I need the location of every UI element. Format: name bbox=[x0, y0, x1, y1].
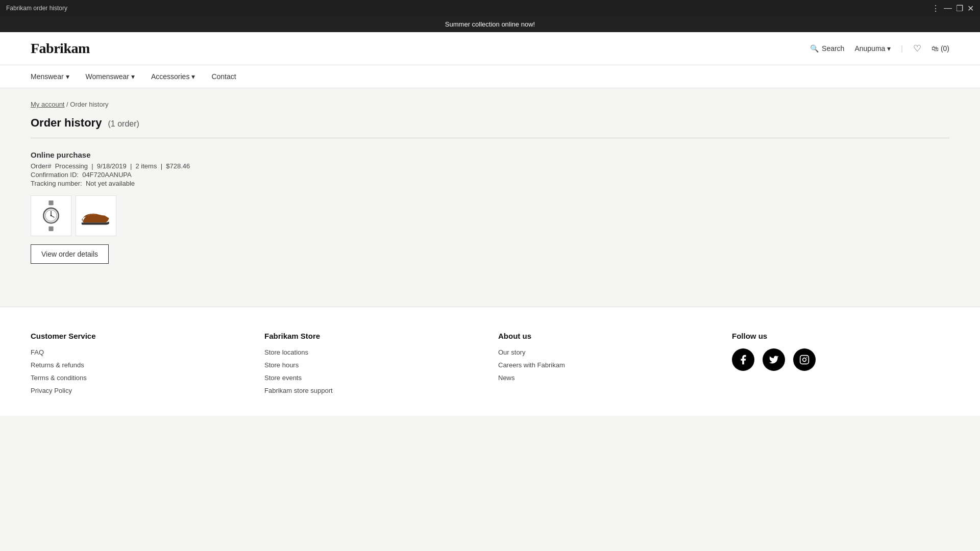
nav-label-menswear: Menswear bbox=[31, 72, 64, 81]
twitter-icon[interactable] bbox=[763, 348, 785, 371]
cart-count: (0) bbox=[941, 44, 949, 53]
nav-label-contact: Contact bbox=[211, 72, 236, 81]
nav-label-womenswear: Womenswear bbox=[86, 72, 129, 81]
breadcrumb-myaccount-link[interactable]: My account bbox=[31, 101, 64, 108]
search-icon: 🔍 bbox=[810, 44, 819, 53]
svg-rect-0 bbox=[48, 201, 53, 205]
order-meta-line1: Order# Processing | 9/18/2019 | 2 items … bbox=[31, 162, 949, 170]
order-items: 2 items bbox=[136, 162, 157, 170]
footer-link-our-story[interactable]: Our story bbox=[498, 348, 716, 356]
chevron-down-icon: ▾ bbox=[131, 72, 135, 81]
browser-chrome: Fabrikam order history ⋮ — ❐ ✕ bbox=[0, 0, 980, 16]
order-images bbox=[31, 195, 949, 236]
tracking-label: Tracking number: bbox=[31, 180, 82, 187]
chevron-down-icon: ▾ bbox=[191, 72, 195, 81]
browser-restore-icon[interactable]: ❐ bbox=[956, 4, 963, 13]
order-status: Processing bbox=[55, 162, 88, 170]
browser-tab-title: Fabrikam order history bbox=[6, 5, 67, 12]
order-meta-confirmation: Confirmation ID: 04F720AANUPA bbox=[31, 171, 949, 179]
footer-col-title-about: About us bbox=[498, 332, 716, 340]
site-nav: Menswear ▾ Womenswear ▾ Accessories ▾ Co… bbox=[0, 65, 980, 88]
header-right: 🔍 Search Anupuma ▾ | ♡ 🛍 (0) bbox=[810, 43, 949, 54]
svg-point-6 bbox=[51, 215, 52, 216]
order-date: 9/18/2019 bbox=[97, 162, 127, 170]
footer-link-store-support[interactable]: Fabrikam store support bbox=[264, 387, 482, 394]
chevron-down-icon: ▾ bbox=[887, 44, 891, 53]
promo-banner: Summer collection online now! bbox=[0, 16, 980, 32]
footer-col-title-store: Fabrikam Store bbox=[264, 332, 482, 340]
order-card: Online purchase Order# Processing | 9/18… bbox=[31, 151, 949, 276]
view-order-details-button[interactable]: View order details bbox=[31, 244, 109, 264]
confirmation-id: 04F720AANUPA bbox=[82, 171, 132, 179]
svg-point-8 bbox=[803, 358, 806, 362]
footer-link-store-hours[interactable]: Store hours bbox=[264, 361, 482, 369]
facebook-icon[interactable] bbox=[732, 348, 754, 371]
section-divider bbox=[31, 138, 949, 138]
footer-link-faq[interactable]: FAQ bbox=[31, 348, 248, 356]
page-title: Order history (1 order) bbox=[31, 116, 949, 130]
footer-link-careers[interactable]: Careers with Fabrikam bbox=[498, 361, 716, 369]
nav-item-accessories[interactable]: Accessories ▾ bbox=[151, 65, 195, 88]
footer-grid: Customer Service FAQ Returns & refunds T… bbox=[31, 332, 949, 399]
user-menu[interactable]: Anupuma ▾ bbox=[854, 44, 891, 53]
nav-item-menswear[interactable]: Menswear ▾ bbox=[31, 65, 69, 88]
svg-rect-1 bbox=[48, 227, 53, 231]
footer-link-store-locations[interactable]: Store locations bbox=[264, 348, 482, 356]
footer-col-follow: Follow us bbox=[732, 332, 949, 399]
footer-col-about: About us Our story Careers with Fabrikam… bbox=[498, 332, 716, 399]
page-title-text: Order history bbox=[31, 116, 102, 129]
site-header: Fabrikam 🔍 Search Anupuma ▾ | ♡ 🛍 (0) bbox=[0, 32, 980, 65]
footer-link-returns[interactable]: Returns & refunds bbox=[31, 361, 248, 369]
svg-point-9 bbox=[806, 357, 807, 358]
footer-col-title-follow: Follow us bbox=[732, 332, 949, 340]
browser-close-icon[interactable]: ✕ bbox=[967, 4, 974, 13]
product-thumb-shoe[interactable] bbox=[76, 195, 116, 236]
nav-label-accessories: Accessories bbox=[151, 72, 189, 81]
order-count: (1 order) bbox=[108, 119, 139, 128]
promo-banner-text: Summer collection online now! bbox=[445, 20, 535, 28]
site-footer: Customer Service FAQ Returns & refunds T… bbox=[0, 307, 980, 416]
order-total: $728.46 bbox=[166, 162, 190, 170]
nav-item-womenswear[interactable]: Womenswear ▾ bbox=[86, 65, 135, 88]
confirmation-label: Confirmation ID: bbox=[31, 171, 79, 179]
tracking-value: Not yet available bbox=[86, 180, 135, 187]
order-type: Online purchase bbox=[31, 151, 949, 159]
cart-button[interactable]: 🛍 (0) bbox=[932, 44, 949, 53]
product-thumb-watch[interactable] bbox=[31, 195, 71, 236]
browser-menu-icon[interactable]: ⋮ bbox=[932, 4, 940, 13]
chevron-down-icon: ▾ bbox=[66, 72, 69, 81]
footer-link-privacy[interactable]: Privacy Policy bbox=[31, 387, 248, 394]
browser-minimize-icon[interactable]: — bbox=[944, 4, 952, 13]
footer-link-news[interactable]: News bbox=[498, 374, 716, 382]
order-meta-tracking: Tracking number: Not yet available bbox=[31, 180, 949, 187]
browser-controls[interactable]: ⋮ — ❐ ✕ bbox=[932, 4, 974, 13]
social-icons bbox=[732, 348, 949, 371]
user-name: Anupuma bbox=[854, 44, 885, 53]
footer-link-store-events[interactable]: Store events bbox=[264, 374, 482, 382]
wishlist-icon[interactable]: ♡ bbox=[913, 43, 921, 54]
main-content: My account / Order history Order history… bbox=[0, 88, 980, 307]
breadcrumb-current: Order history bbox=[70, 101, 108, 108]
breadcrumb: My account / Order history bbox=[31, 101, 949, 108]
footer-col-customer-service: Customer Service FAQ Returns & refunds T… bbox=[31, 332, 248, 399]
search-label: Search bbox=[822, 44, 844, 53]
search-button[interactable]: 🔍 Search bbox=[810, 44, 844, 53]
footer-col-title-customer-service: Customer Service bbox=[31, 332, 248, 340]
footer-col-store: Fabrikam Store Store locations Store hou… bbox=[264, 332, 482, 399]
svg-rect-7 bbox=[800, 356, 809, 364]
site-logo[interactable]: Fabrikam bbox=[31, 40, 90, 57]
instagram-icon[interactable] bbox=[793, 348, 816, 371]
header-divider: | bbox=[901, 44, 903, 53]
nav-item-contact[interactable]: Contact bbox=[211, 65, 236, 88]
footer-link-terms[interactable]: Terms & conditions bbox=[31, 374, 248, 382]
